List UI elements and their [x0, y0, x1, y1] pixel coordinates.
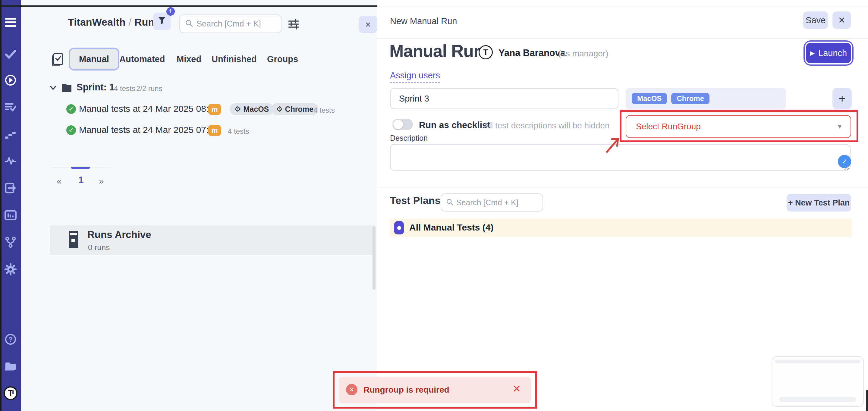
- git-branch-icon[interactable]: [4, 235, 17, 249]
- run-row-title[interactable]: Manual tests at 24 Mar 2025 07:57: [79, 125, 219, 135]
- activity-pulse-icon[interactable]: [4, 154, 17, 167]
- export-icon[interactable]: [4, 181, 17, 195]
- window-right-edge: [866, 390, 868, 411]
- screenshot-preview-dock: [779, 397, 856, 402]
- bulk-select-icon[interactable]: [51, 53, 64, 66]
- test-plan-radio-icon: [394, 221, 404, 234]
- owner-role: (as manager): [558, 49, 609, 59]
- archive-title: Runs Archive: [87, 229, 151, 241]
- bar-chart-icon[interactable]: [4, 209, 17, 222]
- search-input[interactable]: [196, 19, 276, 29]
- checklist-label: Run as checklist: [419, 120, 490, 130]
- window-top-edge: [0, 5, 377, 7]
- pagination-prev[interactable]: «: [57, 176, 62, 186]
- tab-manual[interactable]: Manual: [69, 48, 119, 70]
- svg-text:?: ?: [8, 336, 12, 343]
- run-type-badge: m: [208, 125, 221, 136]
- sprint-tests-count: 4 tests: [114, 84, 135, 93]
- environments-field[interactable]: MacOS Chrome: [626, 88, 786, 109]
- search-icon: [185, 19, 193, 28]
- annotation-arrow: [603, 135, 623, 155]
- gear-icon[interactable]: [4, 263, 17, 276]
- env-badge-macos: ⚙ MacOS: [230, 103, 274, 115]
- env-badge-chrome: ⚙ Chrome: [271, 103, 318, 115]
- app-logo[interactable]: T: [4, 386, 18, 400]
- breadcrumb: TitanWealth/Runs: [68, 16, 160, 28]
- close-drawer-button[interactable]: ✕: [832, 11, 851, 29]
- sprint-runs-count: 2/2 runs: [136, 84, 162, 93]
- assign-users-link[interactable]: Assign users: [390, 70, 440, 83]
- run-as-checklist-toggle[interactable]: [393, 119, 413, 130]
- screenshot-preview-content: [775, 360, 860, 403]
- sprint-folder-icon[interactable]: [61, 83, 72, 92]
- new-test-plan-button[interactable]: + New Test Plan: [786, 194, 851, 212]
- annotation-box-rungroup: [620, 110, 858, 142]
- owner-avatar: T: [478, 45, 493, 59]
- panel-top-hairline: [377, 6, 868, 6]
- tab-unfinished[interactable]: Unfinished: [212, 54, 257, 64]
- run-title-input[interactable]: [390, 88, 618, 109]
- help-icon[interactable]: ?: [4, 333, 17, 346]
- window-left-edge: [0, 0, 1, 411]
- page-title: Manual Run: [390, 41, 484, 61]
- drawer-title: New Manual Run: [390, 16, 457, 26]
- add-environment-button[interactable]: +: [832, 88, 852, 109]
- sprint-folder-label[interactable]: Sprint: 1: [76, 82, 115, 93]
- breadcrumb-separator: /: [125, 16, 134, 28]
- launch-button[interactable]: ▶ Launch: [806, 43, 851, 63]
- breadcrumb-project[interactable]: TitanWealth: [68, 16, 125, 28]
- env-pill-chrome: Chrome: [671, 93, 710, 104]
- collapse-panel-button[interactable]: ×: [359, 16, 377, 33]
- run-tests-count: 4 tests: [228, 127, 249, 135]
- steps-icon[interactable]: [4, 128, 17, 141]
- menu-icon[interactable]: [4, 16, 17, 29]
- play-icon: ▶: [810, 50, 815, 57]
- run-passed-icon: ✓: [66, 125, 76, 135]
- screenshot-preview-overlay: [772, 356, 864, 407]
- gear-icon: ⚙: [235, 105, 241, 113]
- folder-icon[interactable]: [4, 359, 17, 373]
- tab-groups[interactable]: Groups: [267, 54, 298, 64]
- tab-mixed[interactable]: Mixed: [177, 54, 201, 64]
- runs-play-circle-icon[interactable]: [4, 73, 17, 87]
- annotation-box-toast: [333, 371, 537, 409]
- owner-name: Yana Baranova: [498, 48, 565, 59]
- toggle-knob: [393, 120, 403, 129]
- gear-icon: ⚙: [276, 105, 283, 113]
- textarea-resize-handle[interactable]: [843, 164, 850, 170]
- drawer-header-divider: [377, 38, 868, 38]
- test-plans-divider: [377, 187, 868, 187]
- tests-check-icon[interactable]: [4, 48, 17, 61]
- screenshot-preview-topbar: [775, 360, 860, 363]
- run-type-badge: m: [208, 104, 221, 115]
- horizontal-scrollbar-thumb[interactable]: [71, 167, 90, 169]
- runs-search[interactable]: [179, 14, 282, 33]
- run-tests-count: 4 tests: [313, 106, 335, 115]
- archive-count: 0 runs: [88, 243, 110, 252]
- description-label: Description: [390, 134, 428, 143]
- archive-box-icon: [67, 230, 80, 249]
- filter-button[interactable]: [153, 13, 170, 30]
- search-icon: [446, 198, 453, 207]
- test-plans-search-input[interactable]: [456, 198, 538, 207]
- app-sidebar: [0, 0, 21, 411]
- filter-count-badge: 1: [166, 7, 175, 16]
- funnel-icon: [158, 17, 166, 26]
- test-plan-label: All Manual Tests (4): [409, 222, 494, 232]
- test-plans-title: Test Plans: [390, 195, 441, 207]
- tabs-divider: [21, 75, 377, 75]
- save-button[interactable]: Save: [803, 11, 828, 29]
- pagination-page-1[interactable]: 1: [79, 175, 84, 186]
- test-plans-search[interactable]: [441, 193, 543, 212]
- tab-automated[interactable]: Automated: [119, 54, 165, 64]
- filter-settings-icon[interactable]: [287, 18, 300, 30]
- vertical-scrollbar-thumb[interactable]: [373, 227, 375, 290]
- pagination-next[interactable]: »: [99, 176, 104, 186]
- run-row-title[interactable]: Manual tests at 24 Mar 2025 08:08: [79, 104, 219, 114]
- run-passed-icon: ✓: [66, 104, 76, 114]
- checklist-hint: All test descriptions will be hidden: [484, 121, 610, 130]
- chevron-down-icon[interactable]: [50, 85, 57, 91]
- list-check-icon[interactable]: [4, 101, 17, 114]
- env-pill-macos: MacOS: [632, 93, 667, 104]
- logo-accent: [12, 390, 14, 394]
